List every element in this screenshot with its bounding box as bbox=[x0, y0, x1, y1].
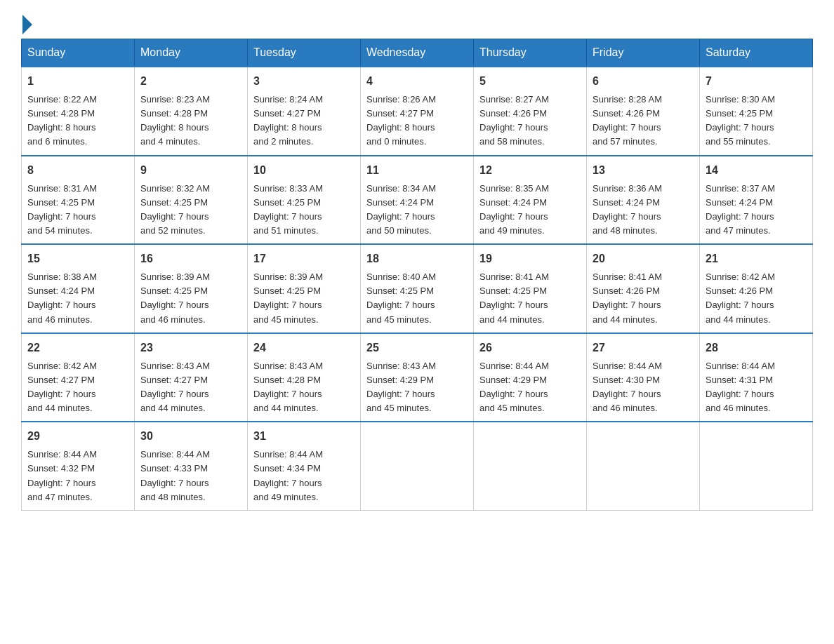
day-number: 16 bbox=[140, 250, 241, 267]
day-number: 13 bbox=[593, 162, 694, 179]
day-info: Sunrise: 8:44 AM Sunset: 4:31 PM Dayligh… bbox=[706, 359, 807, 416]
day-info: Sunrise: 8:36 AM Sunset: 4:24 PM Dayligh… bbox=[593, 182, 694, 239]
day-number: 23 bbox=[140, 340, 241, 356]
day-info: Sunrise: 8:23 AM Sunset: 4:28 PM Dayligh… bbox=[140, 93, 241, 149]
day-of-week-header: Saturday bbox=[700, 39, 813, 67]
day-number: 26 bbox=[479, 340, 581, 356]
day-info: Sunrise: 8:24 AM Sunset: 4:27 PM Dayligh… bbox=[253, 93, 355, 149]
day-number: 18 bbox=[366, 250, 468, 267]
day-info: Sunrise: 8:44 AM Sunset: 4:30 PM Dayligh… bbox=[593, 359, 694, 416]
calendar-day-cell: 17Sunrise: 8:39 AM Sunset: 4:25 PM Dayli… bbox=[248, 244, 361, 333]
calendar-day-cell: 20Sunrise: 8:41 AM Sunset: 4:26 PM Dayli… bbox=[587, 244, 700, 333]
day-number: 9 bbox=[140, 162, 241, 179]
calendar-day-cell: 15Sunrise: 8:38 AM Sunset: 4:24 PM Dayli… bbox=[22, 244, 135, 333]
day-number: 8 bbox=[27, 162, 128, 179]
day-info: Sunrise: 8:42 AM Sunset: 4:26 PM Dayligh… bbox=[706, 270, 807, 327]
day-number: 28 bbox=[706, 340, 807, 356]
calendar-week-row: 1Sunrise: 8:22 AM Sunset: 4:28 PM Daylig… bbox=[22, 67, 813, 156]
calendar-day-cell bbox=[361, 422, 474, 510]
day-number: 20 bbox=[593, 250, 694, 267]
day-number: 25 bbox=[366, 340, 468, 356]
day-number: 6 bbox=[593, 73, 694, 90]
day-info: Sunrise: 8:38 AM Sunset: 4:24 PM Dayligh… bbox=[27, 270, 128, 327]
calendar-day-cell: 24Sunrise: 8:43 AM Sunset: 4:28 PM Dayli… bbox=[248, 333, 361, 422]
calendar-day-cell: 29Sunrise: 8:44 AM Sunset: 4:32 PM Dayli… bbox=[22, 422, 135, 510]
day-number: 7 bbox=[706, 73, 807, 90]
day-number: 21 bbox=[706, 250, 807, 267]
day-info: Sunrise: 8:26 AM Sunset: 4:27 PM Dayligh… bbox=[366, 93, 468, 149]
day-info: Sunrise: 8:27 AM Sunset: 4:26 PM Dayligh… bbox=[479, 93, 581, 149]
day-number: 31 bbox=[253, 428, 355, 445]
calendar-table: SundayMondayTuesdayWednesdayThursdayFrid… bbox=[21, 39, 813, 511]
day-of-week-header: Monday bbox=[135, 39, 248, 67]
day-info: Sunrise: 8:43 AM Sunset: 4:28 PM Dayligh… bbox=[253, 359, 355, 416]
day-info: Sunrise: 8:43 AM Sunset: 4:27 PM Dayligh… bbox=[140, 359, 241, 416]
logo bbox=[21, 18, 32, 32]
day-of-week-header: Tuesday bbox=[248, 39, 361, 67]
calendar-day-cell: 11Sunrise: 8:34 AM Sunset: 4:24 PM Dayli… bbox=[361, 156, 474, 245]
day-of-week-header: Friday bbox=[587, 39, 700, 67]
day-number: 11 bbox=[366, 162, 468, 179]
calendar-day-cell: 12Sunrise: 8:35 AM Sunset: 4:24 PM Dayli… bbox=[474, 156, 587, 245]
calendar-week-row: 8Sunrise: 8:31 AM Sunset: 4:25 PM Daylig… bbox=[22, 156, 813, 245]
day-number: 12 bbox=[479, 162, 581, 179]
day-number: 3 bbox=[253, 73, 355, 90]
day-info: Sunrise: 8:22 AM Sunset: 4:28 PM Dayligh… bbox=[27, 93, 128, 149]
calendar-day-cell: 16Sunrise: 8:39 AM Sunset: 4:25 PM Dayli… bbox=[135, 244, 248, 333]
day-info: Sunrise: 8:28 AM Sunset: 4:26 PM Dayligh… bbox=[593, 93, 694, 149]
day-info: Sunrise: 8:42 AM Sunset: 4:27 PM Dayligh… bbox=[27, 359, 128, 416]
calendar-day-cell: 22Sunrise: 8:42 AM Sunset: 4:27 PM Dayli… bbox=[22, 333, 135, 422]
day-info: Sunrise: 8:39 AM Sunset: 4:25 PM Dayligh… bbox=[140, 270, 241, 327]
day-number: 24 bbox=[253, 340, 355, 356]
calendar-day-cell: 18Sunrise: 8:40 AM Sunset: 4:25 PM Dayli… bbox=[361, 244, 474, 333]
day-info: Sunrise: 8:40 AM Sunset: 4:25 PM Dayligh… bbox=[366, 270, 468, 327]
calendar-day-cell bbox=[587, 422, 700, 510]
calendar-header-row: SundayMondayTuesdayWednesdayThursdayFrid… bbox=[22, 39, 813, 67]
day-number: 17 bbox=[253, 250, 355, 267]
day-number: 14 bbox=[706, 162, 807, 179]
calendar-day-cell: 9Sunrise: 8:32 AM Sunset: 4:25 PM Daylig… bbox=[135, 156, 248, 245]
day-number: 5 bbox=[479, 73, 581, 90]
day-info: Sunrise: 8:44 AM Sunset: 4:33 PM Dayligh… bbox=[140, 448, 241, 504]
day-number: 15 bbox=[27, 250, 128, 267]
day-info: Sunrise: 8:34 AM Sunset: 4:24 PM Dayligh… bbox=[366, 182, 468, 239]
calendar-day-cell bbox=[474, 422, 587, 510]
calendar-day-cell: 13Sunrise: 8:36 AM Sunset: 4:24 PM Dayli… bbox=[587, 156, 700, 245]
calendar-day-cell: 27Sunrise: 8:44 AM Sunset: 4:30 PM Dayli… bbox=[587, 333, 700, 422]
day-number: 27 bbox=[593, 340, 694, 356]
day-info: Sunrise: 8:32 AM Sunset: 4:25 PM Dayligh… bbox=[140, 182, 241, 239]
calendar-day-cell: 25Sunrise: 8:43 AM Sunset: 4:29 PM Dayli… bbox=[361, 333, 474, 422]
day-info: Sunrise: 8:31 AM Sunset: 4:25 PM Dayligh… bbox=[27, 182, 128, 239]
calendar-day-cell: 31Sunrise: 8:44 AM Sunset: 4:34 PM Dayli… bbox=[248, 422, 361, 510]
day-number: 1 bbox=[27, 73, 128, 90]
calendar-day-cell: 28Sunrise: 8:44 AM Sunset: 4:31 PM Dayli… bbox=[700, 333, 813, 422]
day-number: 4 bbox=[366, 73, 468, 90]
calendar-day-cell: 4Sunrise: 8:26 AM Sunset: 4:27 PM Daylig… bbox=[361, 67, 474, 156]
calendar-day-cell: 6Sunrise: 8:28 AM Sunset: 4:26 PM Daylig… bbox=[587, 67, 700, 156]
calendar-day-cell: 23Sunrise: 8:43 AM Sunset: 4:27 PM Dayli… bbox=[135, 333, 248, 422]
day-info: Sunrise: 8:33 AM Sunset: 4:25 PM Dayligh… bbox=[253, 182, 355, 239]
day-info: Sunrise: 8:35 AM Sunset: 4:24 PM Dayligh… bbox=[479, 182, 581, 239]
day-number: 30 bbox=[140, 428, 241, 445]
day-info: Sunrise: 8:44 AM Sunset: 4:29 PM Dayligh… bbox=[479, 359, 581, 416]
day-info: Sunrise: 8:44 AM Sunset: 4:32 PM Dayligh… bbox=[27, 448, 128, 504]
day-info: Sunrise: 8:44 AM Sunset: 4:34 PM Dayligh… bbox=[253, 448, 355, 504]
calendar-day-cell: 30Sunrise: 8:44 AM Sunset: 4:33 PM Dayli… bbox=[135, 422, 248, 510]
day-of-week-header: Wednesday bbox=[361, 39, 474, 67]
calendar-day-cell: 14Sunrise: 8:37 AM Sunset: 4:24 PM Dayli… bbox=[700, 156, 813, 245]
calendar-week-row: 15Sunrise: 8:38 AM Sunset: 4:24 PM Dayli… bbox=[22, 244, 813, 333]
calendar-day-cell bbox=[700, 422, 813, 510]
day-info: Sunrise: 8:30 AM Sunset: 4:25 PM Dayligh… bbox=[706, 93, 807, 149]
calendar-day-cell: 5Sunrise: 8:27 AM Sunset: 4:26 PM Daylig… bbox=[474, 67, 587, 156]
day-info: Sunrise: 8:41 AM Sunset: 4:25 PM Dayligh… bbox=[479, 270, 581, 327]
day-of-week-header: Thursday bbox=[474, 39, 587, 67]
calendar-day-cell: 8Sunrise: 8:31 AM Sunset: 4:25 PM Daylig… bbox=[22, 156, 135, 245]
day-info: Sunrise: 8:43 AM Sunset: 4:29 PM Dayligh… bbox=[366, 359, 468, 416]
day-number: 22 bbox=[27, 340, 128, 356]
calendar-day-cell: 7Sunrise: 8:30 AM Sunset: 4:25 PM Daylig… bbox=[700, 67, 813, 156]
calendar-day-cell: 26Sunrise: 8:44 AM Sunset: 4:29 PM Dayli… bbox=[474, 333, 587, 422]
day-info: Sunrise: 8:41 AM Sunset: 4:26 PM Dayligh… bbox=[593, 270, 694, 327]
day-of-week-header: Sunday bbox=[22, 39, 135, 67]
day-info: Sunrise: 8:37 AM Sunset: 4:24 PM Dayligh… bbox=[706, 182, 807, 239]
logo-arrow-icon bbox=[22, 15, 32, 34]
